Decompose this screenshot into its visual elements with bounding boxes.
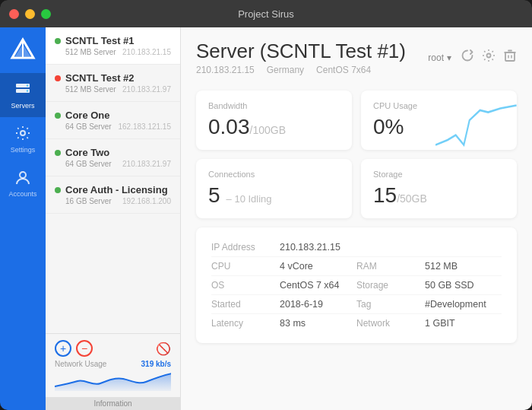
window-title: Project Sirus bbox=[238, 8, 294, 20]
svg-point-8 bbox=[20, 172, 26, 178]
svg-point-7 bbox=[21, 131, 25, 135]
stat-label-storage: Storage bbox=[373, 170, 505, 179]
accounts-label: Accounts bbox=[8, 190, 36, 198]
stat-card-bandwidth: Bandwidth 0.03/100GB bbox=[196, 91, 352, 150]
info-key: Latency bbox=[211, 318, 280, 329]
settings-icon bbox=[14, 125, 31, 144]
info-bar: Information bbox=[46, 397, 180, 410]
stat-card-cpu: CPU Usage 0% bbox=[361, 91, 517, 150]
app-logo bbox=[8, 35, 38, 65]
info-label: Information bbox=[93, 399, 131, 408]
server-item-name: SCNTL Test #1 bbox=[55, 35, 171, 46]
network-usage-label: Network Usage bbox=[55, 360, 106, 368]
delete-button[interactable] bbox=[503, 49, 517, 66]
server-item-sub: 64 GB Server 210.183.21.97 bbox=[55, 160, 171, 168]
network-speed-value: 319 kb/s bbox=[141, 360, 171, 368]
info-row: Latency 83 ms Network 1 GBIT bbox=[211, 314, 502, 332]
server-item[interactable]: SCNTL Test #1 512 MB Server 210.183.21.1… bbox=[46, 27, 180, 65]
svg-point-9 bbox=[487, 54, 491, 58]
info-row: OS CentOS 7 x64 Storage 50 GB SSD bbox=[211, 276, 502, 295]
server-list-bottom: + − 🚫 Network Usage 319 kb/s bbox=[46, 333, 180, 397]
server-item[interactable]: Core One 64 GB Server 162.183.121.15 bbox=[46, 102, 180, 139]
info-val: 83 ms bbox=[280, 318, 356, 329]
server-item-sub: 512 MB Server 210.183.21.97 bbox=[55, 85, 171, 94]
info-val: 50 GB SSD bbox=[425, 280, 502, 291]
server-item-sub: 16 GB Server 192.168.1.200 bbox=[55, 197, 171, 205]
servers-label: Servers bbox=[11, 102, 34, 110]
content-header: Server (SCNTL Test #1) 210.183.21.15 Ger… bbox=[181, 27, 532, 81]
info-val: 1 GBIT bbox=[425, 318, 502, 329]
server-item-name: Core One bbox=[55, 110, 171, 121]
maximize-button[interactable] bbox=[41, 9, 51, 19]
info-key: RAM bbox=[356, 261, 425, 272]
stat-value-connections: 5 bbox=[208, 183, 220, 208]
info-key: OS bbox=[211, 280, 280, 291]
info-val: CentOS 7 x64 bbox=[280, 280, 356, 291]
server-item[interactable]: Core Auth - Licensing 16 GB Server 192.1… bbox=[46, 176, 180, 214]
info-val: 512 MB bbox=[425, 261, 502, 272]
server-item-sub: 512 MB Server 210.183.21.15 bbox=[55, 48, 171, 56]
info-key: Tag bbox=[356, 299, 425, 310]
root-label: root bbox=[428, 52, 444, 63]
accounts-icon bbox=[14, 169, 31, 188]
server-item[interactable]: Core Two 64 GB Server 210.183.21.97 bbox=[46, 139, 180, 176]
server-list-panel: SCNTL Test #1 512 MB Server 210.183.21.1… bbox=[46, 27, 181, 410]
info-row: Started 2018-6-19 Tag #Development bbox=[211, 295, 502, 314]
settings-button[interactable] bbox=[482, 49, 496, 66]
network-off-icon: 🚫 bbox=[156, 342, 171, 356]
chevron-down-icon: ▾ bbox=[447, 52, 451, 63]
main-layout: Servers Settings Accounts bbox=[0, 27, 532, 410]
info-val: 210.183.21.15 bbox=[280, 242, 356, 253]
status-dot bbox=[55, 75, 61, 81]
status-dot bbox=[55, 187, 61, 193]
server-title: Server (SCNTL Test #1) bbox=[196, 40, 406, 63]
svg-point-5 bbox=[27, 84, 28, 86]
info-row: CPU 4 vCore RAM 512 MB bbox=[211, 257, 502, 276]
info-val: 4 vCore bbox=[280, 261, 356, 272]
server-item[interactable]: SCNTL Test #2 512 MB Server 210.183.21.9… bbox=[46, 65, 180, 102]
sidebar-item-servers[interactable]: Servers bbox=[0, 73, 46, 117]
stat-card-connections: Connections 5 – 10 Idling bbox=[196, 159, 352, 218]
main-content: Server (SCNTL Test #1) 210.183.21.15 Ger… bbox=[181, 27, 532, 410]
sidebar-item-accounts[interactable]: Accounts bbox=[0, 161, 46, 205]
info-val: 2018-6-19 bbox=[280, 299, 356, 310]
stat-label-bandwidth: Bandwidth bbox=[208, 101, 340, 110]
info-key: Storage bbox=[356, 280, 425, 291]
close-button[interactable] bbox=[9, 9, 19, 19]
add-server-button[interactable]: + bbox=[55, 340, 71, 357]
servers-icon bbox=[14, 81, 31, 100]
info-table: IP Address 210.183.21.15 CPU 4 vCore RAM… bbox=[196, 227, 517, 343]
server-ip: 210.183.21.15 bbox=[196, 65, 255, 75]
server-location: Germany bbox=[267, 65, 304, 75]
status-dot bbox=[55, 38, 61, 44]
network-usage-row: Network Usage 319 kb/s bbox=[55, 360, 171, 368]
sidebar-item-settings[interactable]: Settings bbox=[0, 117, 46, 161]
header-actions bbox=[461, 49, 517, 66]
info-val: #Development bbox=[425, 299, 502, 310]
info-key: CPU bbox=[211, 261, 280, 272]
refresh-button[interactable] bbox=[461, 49, 474, 66]
server-item-name: SCNTL Test #2 bbox=[55, 72, 171, 84]
info-key: Network bbox=[356, 318, 425, 329]
title-bar: Project Sirus bbox=[0, 0, 532, 27]
stats-grid: Bandwidth 0.03/100GB CPU Usage 0% Connec… bbox=[181, 81, 532, 227]
sidebar: Servers Settings Accounts bbox=[0, 27, 46, 410]
network-chart bbox=[55, 370, 171, 391]
info-row: IP Address 210.183.21.15 bbox=[211, 238, 502, 257]
stat-value-storage: 15/50GB bbox=[373, 183, 505, 208]
window-controls bbox=[9, 9, 51, 19]
stat-subtext-connections: – 10 Idling bbox=[226, 193, 272, 205]
remove-server-button[interactable]: − bbox=[76, 340, 93, 357]
minimize-button[interactable] bbox=[25, 9, 35, 19]
server-meta: 210.183.21.15 Germany CentOS 7x64 bbox=[196, 65, 406, 75]
stat-value-bandwidth: 0.03/100GB bbox=[208, 115, 340, 139]
root-dropdown[interactable]: root ▾ bbox=[428, 52, 451, 63]
server-os: CentOS 7x64 bbox=[316, 65, 371, 75]
settings-label: Settings bbox=[11, 146, 36, 154]
stat-card-storage: Storage 15/50GB bbox=[361, 159, 517, 218]
svg-rect-10 bbox=[505, 52, 515, 61]
server-info-header: Server (SCNTL Test #1) 210.183.21.15 Ger… bbox=[196, 40, 406, 75]
stat-label-connections: Connections bbox=[208, 170, 340, 179]
status-dot bbox=[55, 150, 61, 156]
svg-point-6 bbox=[27, 90, 28, 91]
